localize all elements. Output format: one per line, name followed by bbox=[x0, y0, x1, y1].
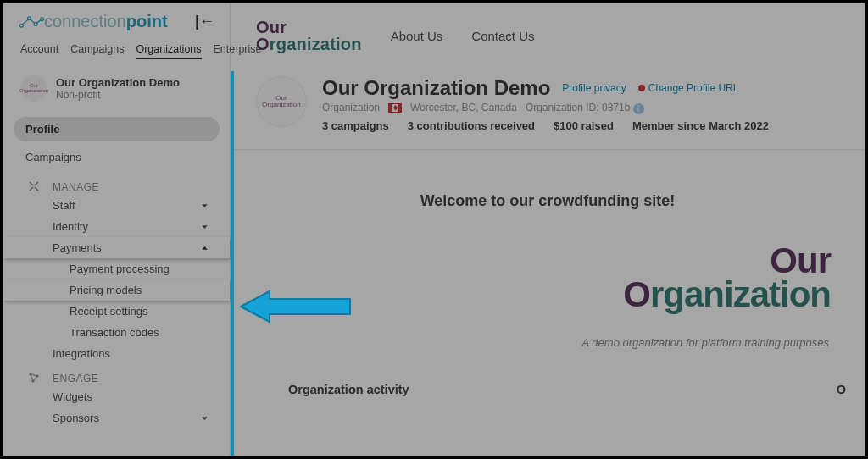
profile-header: OurOrganization Our Organization Demo Pr… bbox=[231, 68, 865, 150]
top-tabs: Account Campaigns Organizations Enterpri… bbox=[3, 36, 230, 66]
profile-location: Worcester, BC, Canada bbox=[410, 102, 517, 113]
sidebar-item-integrations[interactable]: Integrations bbox=[3, 343, 230, 364]
org-caption: A demo organization for platform trainin… bbox=[231, 312, 865, 349]
current-org-card[interactable]: OurOrganization Our Organization Demo No… bbox=[3, 66, 230, 107]
sidebar: connectionpoint |← Account Campaigns Org… bbox=[3, 3, 231, 456]
brand-wordmark-small[interactable]: Our Organization bbox=[256, 19, 362, 53]
brand-wordmark-large: Our Organization bbox=[231, 244, 831, 312]
change-profile-url-link[interactable]: Change Profile URL bbox=[638, 82, 739, 94]
info-icon[interactable]: i bbox=[633, 103, 644, 114]
sidebar-section-manage: MANAGE bbox=[3, 173, 230, 195]
activity-truncated-right: O bbox=[837, 383, 846, 396]
brand-logo[interactable]: connectionpoint bbox=[19, 12, 168, 31]
stat-member-since: Member since March 2022 bbox=[632, 119, 769, 132]
sidebar-item-sponsors[interactable]: Sponsors ▼ bbox=[3, 407, 230, 429]
chevron-down-icon: ▼ bbox=[200, 224, 209, 230]
sidebar-item-identity[interactable]: Identity ▼ bbox=[3, 216, 230, 237]
welcome-heading: Welcome to our crowdfunding site! bbox=[231, 150, 865, 235]
org-type: Non-profit bbox=[56, 89, 180, 101]
sidebar-item-payments[interactable]: Payments ▼ bbox=[3, 237, 230, 258]
org-name: Our Organization Demo bbox=[56, 76, 180, 89]
sidebar-subitem-pricing-models[interactable]: Pricing models bbox=[3, 279, 230, 301]
sidebar-subitem-transaction-codes[interactable]: Transaction codes bbox=[3, 322, 230, 343]
chevron-down-icon: ▼ bbox=[200, 415, 209, 421]
sidebar-item-staff[interactable]: Staff ▼ bbox=[3, 195, 230, 216]
sidebar-section-engage: ENGAGE bbox=[3, 364, 230, 386]
org-id-label: Organization ID: bbox=[526, 102, 599, 113]
chevron-down-icon: ▼ bbox=[200, 202, 209, 208]
org-avatar-large: OurOrganization bbox=[256, 76, 307, 127]
sidebar-collapse-button[interactable]: |← bbox=[195, 13, 214, 30]
tab-enterprise[interactable]: Enterprise bbox=[214, 43, 262, 59]
tab-account[interactable]: Account bbox=[20, 43, 58, 59]
tab-campaigns[interactable]: Campaigns bbox=[70, 43, 124, 59]
stat-campaigns: 3 campaigns bbox=[322, 119, 389, 132]
alert-dot-icon bbox=[638, 85, 645, 91]
profile-stats: 3 campaigns 3 contributions received $10… bbox=[322, 119, 839, 132]
profile-privacy-link[interactable]: Profile privacy bbox=[562, 82, 626, 94]
org-avatar-small: OurOrganization bbox=[20, 75, 47, 102]
sidebar-subitem-payment-processing[interactable]: Payment processing bbox=[3, 258, 230, 279]
org-id-value: 0371b bbox=[602, 102, 630, 113]
engage-icon bbox=[27, 371, 41, 384]
activity-heading: Organization activity bbox=[288, 383, 409, 396]
tools-icon bbox=[27, 180, 41, 193]
logo-text-light: connection bbox=[44, 12, 126, 31]
stat-raised: $100 raised bbox=[554, 119, 614, 132]
page-title: Our Organization Demo bbox=[322, 76, 550, 100]
nav-about-us[interactable]: About Us bbox=[391, 29, 443, 43]
logo-text-bold: point bbox=[126, 12, 168, 31]
main-content: Our Organization About Us Contact Us Our… bbox=[231, 3, 865, 456]
top-nav: Our Organization About Us Contact Us bbox=[231, 3, 865, 68]
sidebar-item-profile[interactable]: Profile bbox=[14, 117, 220, 141]
logo-graph-icon bbox=[19, 14, 44, 30]
tab-organizations[interactable]: Organizations bbox=[136, 43, 201, 59]
sidebar-item-campaigns[interactable]: Campaigns bbox=[14, 145, 220, 169]
nav-contact-us[interactable]: Contact Us bbox=[471, 29, 534, 43]
stat-contributions: 3 contributions received bbox=[408, 119, 535, 132]
sidebar-subitem-receipt-settings[interactable]: Receipt settings bbox=[3, 301, 230, 322]
profile-type: Organization bbox=[322, 102, 380, 113]
accent-bar bbox=[231, 71, 234, 456]
sidebar-item-widgets[interactable]: Widgets bbox=[3, 386, 230, 407]
chevron-up-icon: ▼ bbox=[200, 245, 209, 251]
canada-flag-icon bbox=[388, 103, 402, 113]
